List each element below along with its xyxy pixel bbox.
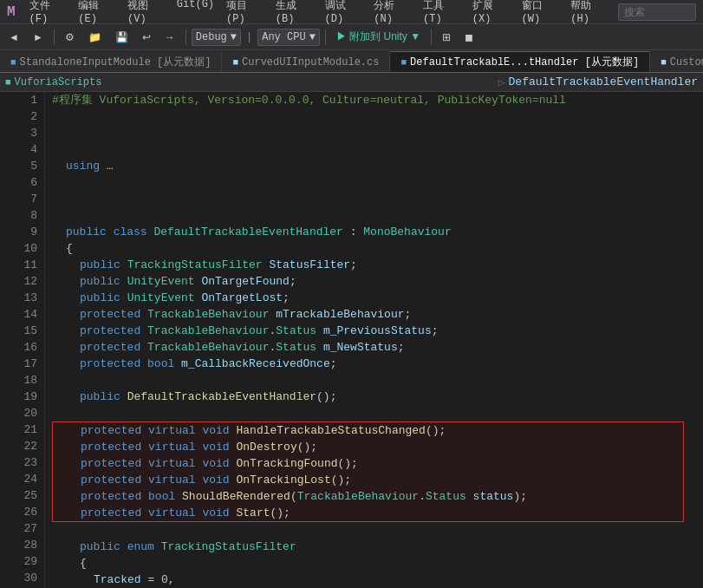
editor-scrollbar[interactable] — [691, 92, 703, 588]
code-token — [120, 257, 127, 273]
code-token — [120, 539, 127, 555]
tab-custom[interactable]: ■ CustomDe... — [650, 51, 703, 72]
code-token: 0 — [161, 572, 168, 588]
menu-view[interactable]: 视图(V) — [122, 0, 170, 27]
code-token: (); — [338, 455, 358, 472]
toolbar-icon-3[interactable]: 💾 — [110, 29, 133, 45]
search-input[interactable] — [618, 3, 696, 21]
code-token: TrackingStatusFilter — [161, 539, 296, 555]
ln-25: 25 — [17, 487, 37, 504]
nav-project-icon: ■ — [5, 77, 11, 88]
toolbar-icon-2[interactable]: 📁 — [83, 29, 107, 45]
code-token — [175, 488, 182, 505]
code-token: status — [473, 488, 514, 505]
code-token: TrackableBehaviour — [297, 488, 419, 505]
code-token: protected — [81, 422, 141, 439]
code-line-12: public UnityEvent OnTargetFound ; — [52, 273, 684, 290]
code-token — [230, 455, 237, 472]
code-token: void — [202, 422, 229, 439]
code-token: Status — [276, 323, 316, 339]
toolbar-icon-6[interactable]: ⊞ — [437, 29, 456, 45]
code-token — [140, 323, 147, 339]
ln-1: 1 — [17, 92, 37, 108]
code-token: protected — [80, 306, 140, 323]
forward-button[interactable]: ► — [28, 29, 49, 45]
ln-2: 2 — [17, 108, 37, 125]
toolbar-icon-1[interactable]: ⚙ — [60, 29, 80, 45]
code-token: public — [80, 389, 120, 405]
code-token: TrackableBehaviour — [147, 339, 269, 356]
tab-standalone[interactable]: ■ StandaloneInputModule [从元数据] — [0, 51, 222, 72]
code-token — [196, 439, 203, 455]
code-token: (); — [297, 439, 317, 455]
code-token — [154, 539, 161, 555]
menu-tools[interactable]: 工具(T) — [418, 0, 465, 27]
ln-16: 16 — [17, 339, 37, 356]
code-token — [141, 422, 148, 439]
code-token: TrackableBehaviour — [147, 306, 269, 323]
code-line-13: public UnityEvent OnTargetLost ; — [52, 290, 684, 306]
code-token: class — [114, 224, 147, 240]
code-token: ; — [432, 323, 439, 339]
ln-9: 9 — [17, 224, 37, 240]
code-token — [140, 306, 147, 323]
code-line-5: using … — [52, 158, 684, 174]
platform-label: Any CPU — [262, 31, 305, 43]
code-token: … — [100, 158, 114, 174]
code-line-29: { — [52, 555, 684, 572]
code-token — [120, 273, 127, 290]
menu-analyze[interactable]: 分析(N) — [368, 0, 416, 27]
breadcrumb-project[interactable]: VuforiaScripts — [15, 76, 102, 88]
tab-defaulttrackable[interactable]: ■ DefaultTrackablE...tHandler [从元数据] — [390, 51, 650, 72]
code-token: TrackingStatusFilter — [127, 257, 263, 273]
menu-window[interactable]: 窗口(W) — [517, 0, 564, 27]
code-line-18 — [52, 372, 684, 389]
code-token: StatusFilter — [269, 257, 350, 273]
code-token: OnDestroy — [236, 439, 296, 455]
menu-edit[interactable]: 编辑(E) — [73, 0, 120, 27]
toolbar-sep-1 — [54, 29, 55, 45]
breadcrumb-handler[interactable]: DefaultTrackableEventHandler — [509, 75, 698, 88]
tab-curvedui[interactable]: ■ CurvedUIInputModule.cs — [222, 51, 390, 72]
menu-project[interactable]: 项目(P) — [221, 0, 269, 27]
code-token: OnTargetLost — [201, 290, 283, 306]
code-token: bool — [147, 356, 174, 372]
code-line-22: protected virtual void OnDestroy (); — [53, 439, 683, 455]
menu-file[interactable]: 文件(F) — [24, 0, 72, 27]
toolbar-sep-2 — [186, 29, 186, 45]
code-token: ; — [283, 290, 290, 306]
code-token: m_NewStatus — [323, 339, 398, 356]
debug-mode-dropdown[interactable]: Debug ▼ — [192, 29, 241, 46]
code-token: (); — [331, 472, 351, 488]
code-line-6 — [52, 174, 684, 191]
menu-build[interactable]: 生成(B) — [270, 0, 318, 27]
menu-bar: 文件(F) 编辑(E) 视图(V) Git(G) 项目(P) 生成(B) 调试(… — [24, 0, 613, 27]
code-token: protected — [81, 505, 141, 521]
attach-unity-button[interactable]: ▶ 附加到 Unity ▼ — [331, 28, 426, 46]
ln-30: 30 — [17, 570, 37, 586]
menu-debug[interactable]: 调试(D) — [320, 0, 368, 27]
ln-28: 28 — [17, 537, 37, 553]
code-editor[interactable]: #程序集 VuforiaScripts, Version=0.0.0.0, Cu… — [45, 92, 691, 588]
platform-dropdown[interactable]: Any CPU ▼ — [257, 29, 320, 46]
code-line-3 — [52, 125, 684, 141]
toolbar-icon-5[interactable]: → — [159, 29, 180, 45]
back-button[interactable]: ◄ — [3, 29, 24, 45]
breadcrumb-sep: ▷ — [498, 75, 505, 89]
code-token: { — [80, 555, 87, 572]
menu-extensions[interactable]: 扩展(X) — [467, 0, 515, 27]
code-token — [466, 488, 473, 505]
code-token: OnTrackingFound — [236, 455, 337, 472]
code-token: Tracked — [94, 572, 141, 588]
toolbar-icon-4[interactable]: ↩ — [137, 29, 156, 45]
code-token — [196, 472, 203, 488]
toolbar-icon-7[interactable]: ◼ — [459, 29, 478, 45]
title-bar: M 文件(F) 编辑(E) 视图(V) Git(G) 项目(P) 生成(B) 调… — [0, 0, 703, 24]
code-token: MonoBehaviour — [363, 224, 451, 240]
menu-help[interactable]: 帮助(H) — [565, 0, 613, 27]
code-token: , — [168, 572, 175, 588]
code-token: OnTargetFound — [201, 273, 289, 290]
code-token — [195, 290, 202, 306]
menu-git[interactable]: Git(G) — [172, 0, 219, 27]
vs-logo-icon: M — [7, 4, 16, 20]
